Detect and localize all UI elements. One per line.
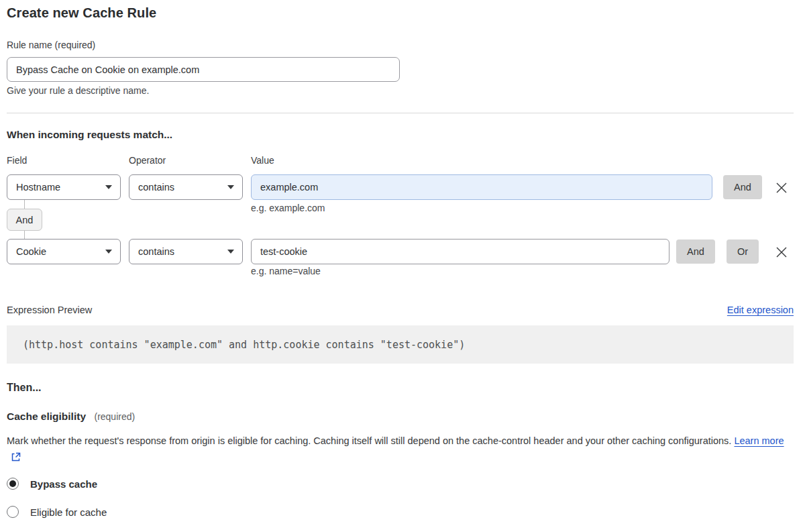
operator-select-row1-value: contains (138, 182, 174, 193)
field-column-label: Field (7, 155, 27, 166)
radio-label: Bypass cache (30, 478, 97, 490)
expression-preview-label: Expression Preview (7, 305, 92, 315)
learn-more-link[interactable]: Learn more (734, 435, 784, 446)
radio-option-bypass-cache[interactable]: Bypass cache (7, 478, 97, 490)
expression-code: (http.host contains "example.com" and ht… (23, 339, 465, 351)
field-select-row2[interactable]: Cookie (7, 239, 121, 264)
operator-column-label: Operator (129, 155, 166, 166)
chevron-down-icon (227, 185, 234, 189)
field-select-row1[interactable]: Hostname (7, 174, 121, 200)
operator-select-row1[interactable]: contains (129, 174, 243, 200)
radio-label: Eligible for cache (30, 507, 107, 518)
required-note: (required) (94, 411, 135, 422)
close-icon (774, 245, 789, 260)
value-input-row2[interactable] (251, 239, 669, 264)
cache-eligibility-header: Cache eligibility (required) (7, 411, 135, 423)
external-link-icon (11, 452, 21, 462)
value-column-label: Value (251, 155, 274, 166)
field-select-row2-value: Cookie (16, 246, 46, 257)
operator-select-row2-value: contains (138, 246, 174, 257)
section-divider (7, 113, 794, 113)
connector-line-bottom (24, 231, 25, 239)
chevron-down-icon (105, 250, 112, 254)
operator-select-row2[interactable]: contains (129, 239, 243, 264)
rule-name-label: Rule name (required) (7, 40, 95, 50)
add-and-condition-button-row1[interactable]: And (723, 175, 762, 199)
chevron-down-icon (227, 250, 234, 254)
add-or-condition-button-row2[interactable]: Or (727, 240, 759, 264)
remove-condition-button-row1[interactable] (773, 179, 790, 197)
rule-name-helper: Give your rule a descriptive name. (7, 85, 149, 96)
cache-eligibility-heading: Cache eligibility (7, 411, 86, 422)
connector-and-chip[interactable]: And (7, 209, 42, 231)
value-input-row1[interactable] (251, 174, 712, 200)
remove-condition-button-row2[interactable] (773, 244, 790, 261)
radio-option-eligible-for-cache[interactable]: Eligible for cache (7, 506, 107, 518)
add-and-condition-button-row2[interactable]: And (676, 240, 715, 264)
radio-selected-icon (7, 478, 19, 490)
field-select-row1-value: Hostname (16, 182, 60, 193)
expression-code-block: (http.host contains "example.com" and ht… (7, 325, 794, 364)
description-text: Mark whether the request's response from… (7, 435, 731, 446)
chevron-down-icon (105, 185, 112, 189)
close-icon (774, 180, 789, 195)
edit-expression-link[interactable]: Edit expression (727, 305, 794, 315)
value-hint-row2: e.g. name=value (251, 266, 321, 276)
value-hint-row1: e.g. example.com (251, 203, 325, 213)
radio-unselected-icon (7, 506, 19, 518)
cache-eligibility-description: Mark whether the request's response from… (7, 433, 794, 466)
then-heading: Then... (7, 382, 42, 394)
page-title: Create new Cache Rule (7, 5, 156, 21)
connector-line-top (24, 200, 25, 209)
rule-name-input[interactable] (7, 57, 400, 82)
create-cache-rule-form: Create new Cache Rule Rule name (require… (0, 0, 805, 532)
match-heading: When incoming requests match... (7, 129, 172, 141)
